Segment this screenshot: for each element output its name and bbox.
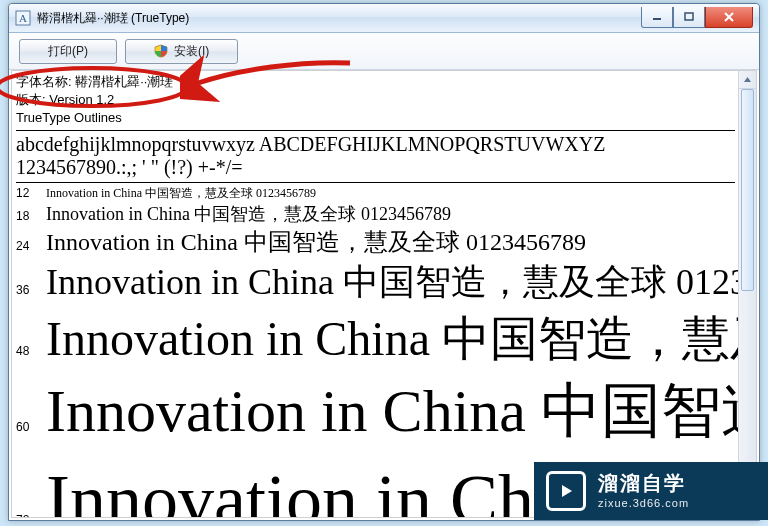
window-title: 鞯渭楷札羄··潮瑳 (TrueType) — [37, 10, 641, 27]
sample-text: Innovation in China 中国智造，慧及全球 0123456789 — [46, 307, 739, 371]
sample-size-label: 72 — [16, 513, 46, 517]
scroll-up-button[interactable] — [739, 71, 756, 89]
uac-shield-icon — [154, 44, 168, 58]
sample-text: Innovation in China 中国智造，慧及全球 0123456789 — [46, 226, 586, 258]
sample-size-label: 48 — [16, 344, 46, 358]
charset-line-2: 1234567890.:,; ' " (!?) +-*/= — [16, 156, 735, 179]
font-name-label: 字体名称: — [16, 74, 72, 89]
play-icon — [546, 471, 586, 511]
charset-line-1: abcdefghijklmnopqrstuvwxyz ABCDEFGHIJKLM… — [16, 133, 735, 156]
close-button[interactable] — [705, 7, 753, 28]
sample-text: Innovation in China 中国智造，慧及全球 0123456789 — [46, 371, 739, 452]
watermark-url: zixue.3d66.com — [598, 497, 689, 510]
version-value: Version 1.2 — [49, 92, 114, 107]
divider — [16, 130, 735, 131]
svg-rect-3 — [685, 13, 693, 20]
sample-text: Innovation in China 中国智造，慧及全球 0123456789 — [46, 202, 451, 226]
toolbar: 打印(P) 安装(I) — [9, 33, 759, 70]
sample-row-24: 24Innovation in China 中国智造，慧及全球 01234567… — [16, 226, 735, 258]
preview-pane: 字体名称: 鞯渭楷札羄··潮瑳 版本: Version 1.2 TrueType… — [11, 70, 757, 518]
version-label: 版本: — [16, 92, 46, 107]
sample-size-label: 12 — [16, 186, 46, 200]
watermark-badge: 溜溜自学 zixue.3d66.com — [534, 462, 768, 520]
sample-row-36: 36Innovation in China 中国智造，慧及全球 01234567… — [16, 258, 735, 307]
vertical-scrollbar[interactable] — [738, 71, 756, 517]
sample-row-12: 12Innovation in China 中国智造，慧及全球 01234567… — [16, 185, 735, 202]
maximize-button[interactable] — [673, 7, 705, 28]
font-name-value: 鞯渭楷札羄··潮瑳 — [75, 74, 173, 89]
font-name-row: 字体名称: 鞯渭楷札羄··潮瑳 — [16, 73, 735, 91]
font-app-icon: A — [15, 10, 31, 26]
sample-row-18: 18Innovation in China 中国智造，慧及全球 01234567… — [16, 202, 735, 226]
font-viewer-window: A 鞯渭楷札羄··潮瑳 (TrueType) 打印(P) — [8, 3, 760, 521]
print-button[interactable]: 打印(P) — [19, 39, 117, 64]
version-row: 版本: Version 1.2 — [16, 91, 735, 109]
install-button[interactable]: 安装(I) — [125, 39, 238, 64]
titlebar[interactable]: A 鞯渭楷札羄··潮瑳 (TrueType) — [9, 4, 759, 33]
sample-text: Innovation in China 中国智造，慧及全球 0123456789 — [46, 258, 739, 307]
window-controls — [641, 7, 753, 27]
sample-size-label: 18 — [16, 209, 46, 223]
scroll-thumb[interactable] — [741, 89, 754, 291]
sample-row-48: 48Innovation in China 中国智造，慧及全球 01234567… — [16, 307, 735, 371]
sample-size-label: 24 — [16, 239, 46, 253]
divider — [16, 182, 735, 183]
sample-size-label: 60 — [16, 420, 46, 434]
svg-text:A: A — [19, 12, 27, 24]
sample-text: Innovation in China 中国智造，慧及全球 0123456789 — [46, 185, 316, 202]
sample-row-60: 60Innovation in China 中国智造，慧及全球 01234567… — [16, 371, 735, 452]
sample-size-label: 36 — [16, 283, 46, 297]
print-button-label: 打印(P) — [48, 43, 88, 60]
watermark-brand: 溜溜自学 — [598, 472, 689, 495]
outlines-row: TrueType Outlines — [16, 109, 735, 127]
minimize-button[interactable] — [641, 7, 673, 28]
install-button-label: 安装(I) — [174, 43, 209, 60]
